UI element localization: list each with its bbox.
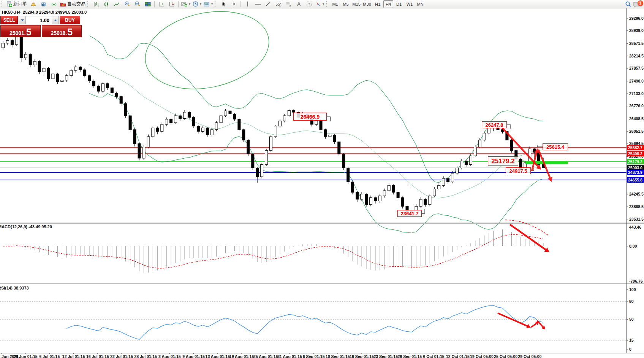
timeframe-button-H4[interactable]: H4 (383, 0, 393, 8)
timeframe-button-M1[interactable]: M1 (330, 0, 340, 8)
text-label-icon: T (306, 1, 312, 7)
volume-input[interactable] (26, 16, 52, 24)
price-callout-26247[interactable]: 26247.8 (482, 121, 507, 128)
cursor-tool-button[interactable] (218, 0, 229, 8)
horizontal-line-icon (255, 2, 261, 7)
buy-price-panel[interactable]: 25018. 5 (42, 25, 82, 37)
notifications-button[interactable]: 1 (633, 0, 643, 8)
svg-text:25408.2: 25408.2 (628, 151, 642, 156)
price-callout-24917[interactable]: 24917.5 (506, 167, 531, 174)
dropdown-arrow-icon: ▾ (323, 2, 324, 6)
price-callout-26466[interactable]: 26466.9 (293, 113, 327, 121)
toolbar-grip[interactable] (2, 1, 4, 7)
text-label-tool-button[interactable]: T (304, 0, 314, 8)
sell-price-panel[interactable]: 25001. 5 (0, 25, 41, 37)
fibonacci-tool-button[interactable]: F (283, 0, 294, 8)
svg-text:E: E (279, 5, 281, 7)
gold-book-icon (30, 2, 36, 7)
symbol-ohlc-info: HK50-,H4 25294.0 25294.0 24994.5 25003.0 (2, 10, 87, 14)
zoom-out-icon (134, 1, 141, 7)
text-tool-button[interactable]: A (294, 0, 304, 8)
timeframe-button-D1[interactable]: D1 (394, 0, 404, 8)
timeframe-button-M5[interactable]: M5 (341, 0, 351, 8)
fibonacci-icon: F (286, 2, 292, 7)
svg-text:28571.5: 28571.5 (629, 41, 644, 46)
price-callout-23641[interactable]: 23641.7 (397, 210, 422, 217)
svg-text:24873.9: 24873.9 (628, 170, 642, 175)
horizontal-line-tool-button[interactable] (253, 0, 263, 8)
toolbar-grip[interactable] (87, 1, 90, 7)
toolbar-separator (178, 1, 179, 7)
sell-price: 25001. (9, 30, 26, 36)
timeframe-button-M15[interactable]: M15 (351, 0, 361, 8)
svg-text:13 Aug 01:15: 13 Aug 01:15 (206, 354, 230, 358)
price-tags: 25582.725408.225179.225003.024873.924655… (627, 145, 644, 183)
svg-text:27857.5: 27857.5 (629, 66, 644, 70)
buy-button[interactable]: BUY (60, 16, 80, 24)
vertical-line-icon (245, 1, 250, 7)
macd-pane: 443.460.00-706.76 (3, 220, 643, 283)
svg-text:6 Jul 01:15: 6 Jul 01:15 (40, 354, 60, 358)
shapes-arrows-tool-button[interactable]: ▾ (314, 0, 325, 8)
price-callout-25615[interactable]: 25615.4 (543, 143, 568, 150)
crosshair-icon (231, 1, 237, 7)
timeframe-button-M30[interactable]: M30 (362, 0, 372, 8)
candlestick-icon (104, 2, 109, 7)
trendline-icon (265, 2, 271, 7)
one-click-trading-panel: SELL BUY 25001. 5 25018. 5 (0, 16, 82, 37)
add-indicator-button[interactable]: ▾ (180, 0, 191, 8)
tile-windows-button[interactable] (142, 0, 153, 8)
crosshair-tool-button[interactable] (229, 0, 239, 8)
add-indicator-icon (181, 2, 187, 7)
quotes-button[interactable] (28, 0, 38, 8)
timeframe-button-W1[interactable]: W1 (405, 0, 415, 8)
search-button[interactable] (623, 0, 633, 8)
zoom-out-button[interactable] (132, 0, 142, 8)
svg-text:50: 50 (629, 317, 634, 321)
green-highlight-zone (525, 161, 568, 164)
svg-text:26408.5: 26408.5 (629, 116, 644, 121)
svg-text:9 Aug 01:15: 9 Aug 01:15 (182, 354, 205, 358)
svg-text:28214.5: 28214.5 (629, 54, 644, 58)
candlestick-mode-button[interactable] (101, 0, 112, 8)
auto-trading-icon (60, 2, 66, 7)
svg-text:29 Sep 01:15: 29 Sep 01:15 (398, 354, 422, 358)
rsi-pane: 1008050150 (0, 287, 636, 352)
trendline-tool-button[interactable] (263, 0, 273, 8)
timeframe-button-H1[interactable]: H1 (373, 0, 383, 8)
svg-text:T: T (308, 2, 310, 6)
chart-canvas[interactable]: 29296.028939.028571.528214.527857.527490… (0, 8, 644, 358)
svg-text:22 Jul 01:15: 22 Jul 01:15 (110, 354, 133, 358)
line-chart-mode-button[interactable] (112, 0, 122, 8)
auto-trading-button[interactable]: 自动交易 (59, 0, 87, 8)
volume-increase-button[interactable] (52, 16, 59, 24)
svg-text:23531.5: 23531.5 (629, 217, 644, 221)
sell-button[interactable]: SELL (0, 16, 18, 24)
volume-decrease-button[interactable] (19, 16, 26, 24)
new-order-icon (6, 1, 12, 7)
bar-chart-mode-button[interactable] (91, 0, 101, 8)
period-clock-button[interactable]: ▾ (191, 0, 203, 8)
vertical-line-tool-button[interactable] (242, 0, 253, 8)
chart-shift-button[interactable] (166, 0, 177, 8)
svg-text:31 Aug 01:15: 31 Aug 01:15 (277, 354, 302, 358)
timeframe-button-MN[interactable]: MN (415, 0, 425, 8)
zoom-in-button[interactable] (122, 0, 132, 8)
notification-badge: 1 (638, 0, 643, 6)
signals-button[interactable] (49, 0, 59, 8)
arrows-icon (315, 2, 321, 7)
main-toolbar: 新订单 自动交易 (0, 0, 644, 8)
market-depth-button[interactable] (38, 0, 49, 8)
svg-text:6 Sep 01:15: 6 Sep 01:15 (303, 354, 325, 358)
toolbar-grip[interactable] (326, 1, 329, 7)
svg-text:F: F (290, 5, 291, 7)
toolbar-grip[interactable] (215, 1, 217, 7)
chart-area: 29296.028939.028571.528214.527857.527490… (0, 8, 644, 358)
template-button[interactable]: ▾ (203, 0, 214, 8)
equidistant-channel-tool-button[interactable]: E (273, 0, 283, 8)
auto-scroll-button[interactable] (156, 0, 166, 8)
rsi-indicator-label: RSI(14) 38.9373 (0, 286, 29, 290)
new-order-button[interactable]: 新订单 (5, 0, 28, 8)
price-callout-25179[interactable]: 25179.2 (488, 156, 518, 166)
new-order-label: 新订单 (13, 1, 27, 7)
